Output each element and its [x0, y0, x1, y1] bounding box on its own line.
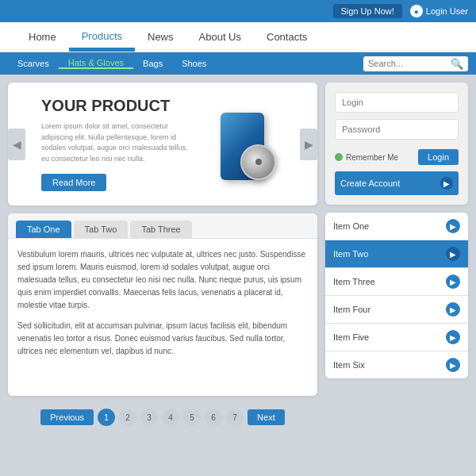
create-account-label: Create Account: [340, 178, 400, 188]
list-item-six-arrow-icon: ▶: [446, 358, 460, 372]
login-user-area[interactable]: ● Login User: [410, 5, 468, 17]
page-num-2[interactable]: 2: [119, 409, 136, 426]
user-icon: ●: [410, 5, 423, 17]
nav-bar: Home Products News About Us Contacts: [0, 22, 476, 52]
subnav-item-shoes[interactable]: Shoes: [172, 59, 216, 68]
right-column: Remember Me Login Create Account ▶ Item …: [325, 83, 468, 431]
read-more-button[interactable]: Read More: [41, 174, 106, 191]
slider-description: Lorem ipsum dolor sit amet, consectetur …: [41, 121, 197, 164]
list-item-one-label: Item One: [333, 221, 369, 231]
next-page-button[interactable]: Next: [248, 409, 285, 425]
list-item-three-arrow-icon: ▶: [446, 274, 460, 289]
slider-content: YOUR PRODUCT Lorem ipsum dolor sit amet,…: [25, 85, 300, 203]
page-num-6[interactable]: 6: [205, 409, 222, 426]
login-input[interactable]: [335, 92, 459, 113]
create-account-arrow-icon: ▶: [440, 177, 453, 190]
login-button[interactable]: Login: [418, 149, 459, 165]
signup-button[interactable]: Sign Up Now!: [333, 4, 402, 18]
pagination-bar: Previous 1 2 3 4 5 6 7 Next: [8, 404, 317, 431]
login-user-label: Login User: [426, 6, 468, 16]
tabs-section: Tab One Tab Two Tab Three Vestibulum lor…: [8, 213, 317, 396]
page-num-4[interactable]: 4: [162, 409, 179, 426]
list-item-one-arrow-icon: ▶: [446, 219, 460, 233]
slider-image: [205, 101, 284, 188]
nav-item-about[interactable]: About Us: [186, 22, 254, 52]
password-input[interactable]: [335, 119, 459, 140]
left-column: ◀ YOUR PRODUCT Lorem ipsum dolor sit ame…: [8, 83, 317, 431]
page-num-5[interactable]: 5: [183, 409, 201, 426]
prev-page-button[interactable]: Previous: [40, 409, 94, 425]
tab-button-one[interactable]: Tab One: [16, 221, 71, 238]
top-bar: Sign Up Now! ● Login User: [0, 0, 476, 22]
remember-me[interactable]: Remember Me: [335, 153, 398, 162]
subnav-item-bags[interactable]: Bags: [133, 59, 172, 68]
search-box: 🔍: [363, 56, 468, 71]
page-num-7[interactable]: 7: [226, 409, 244, 426]
subnav-item-scarves[interactable]: Scarves: [8, 59, 59, 68]
main-content: ◀ YOUR PRODUCT Lorem ipsum dolor sit ame…: [0, 75, 476, 439]
list-item-two-arrow-icon: ▶: [446, 247, 460, 261]
search-icon[interactable]: 🔍: [451, 58, 463, 70]
nav-item-home[interactable]: Home: [16, 22, 69, 52]
product-shape: [213, 105, 276, 184]
list-item-five[interactable]: Item Five ▶: [325, 324, 468, 351]
tab-button-two[interactable]: Tab Two: [74, 221, 129, 238]
create-account-button[interactable]: Create Account ▶: [335, 171, 459, 195]
list-item-five-arrow-icon: ▶: [446, 330, 460, 344]
slider-title: YOUR PRODUCT: [41, 97, 197, 115]
page-num-1[interactable]: 1: [98, 409, 115, 426]
sub-nav: Scarves Hats & Gloves Bags Shoes 🔍: [0, 52, 476, 75]
tab-body: Vestibulum lorem mauris, ultrices nec vu…: [8, 239, 317, 396]
cd-hole: [255, 159, 262, 165]
list-item-two-label: Item Two: [333, 249, 368, 259]
slider-prev-arrow[interactable]: ◀: [8, 129, 25, 160]
slider-next-arrow[interactable]: ▶: [300, 129, 317, 160]
list-item-five-label: Item Five: [333, 332, 369, 342]
tab-content-p1: Vestibulum lorem mauris, ultrices nec vu…: [17, 248, 308, 312]
list-item-three-label: Item Three: [333, 277, 375, 286]
list-item-six[interactable]: Item Six ▶: [325, 351, 468, 378]
cd-disc: [240, 144, 276, 180]
page-num-3[interactable]: 3: [140, 409, 158, 426]
list-item-four-arrow-icon: ▶: [446, 302, 460, 317]
list-item-one[interactable]: Item One ▶: [325, 213, 468, 240]
tab-header: Tab One Tab Two Tab Three: [8, 213, 317, 239]
slider-section: ◀ YOUR PRODUCT Lorem ipsum dolor sit ame…: [8, 83, 317, 205]
tab-content-p2: Sed sollicitudin, elit at accumsan pulvi…: [17, 320, 308, 358]
nav-item-products[interactable]: Products: [69, 22, 135, 52]
list-item-two[interactable]: Item Two ▶: [325, 240, 468, 268]
remember-me-label: Remember Me: [346, 153, 398, 162]
login-row: Remember Me Login: [335, 149, 459, 165]
login-box: Remember Me Login Create Account ▶: [325, 83, 468, 205]
list-item-three[interactable]: Item Three ▶: [325, 268, 468, 296]
nav-item-contacts[interactable]: Contacts: [254, 22, 320, 52]
tab-button-three[interactable]: Tab Three: [130, 221, 191, 238]
slider-text: YOUR PRODUCT Lorem ipsum dolor sit amet,…: [41, 97, 197, 191]
remember-dot: [335, 153, 343, 161]
list-item-four[interactable]: Item Four ▶: [325, 296, 468, 324]
list-item-four-label: Item Four: [333, 305, 370, 314]
subnav-item-hats[interactable]: Hats & Gloves: [59, 58, 133, 69]
nav-item-news[interactable]: News: [135, 22, 186, 52]
list-item-six-label: Item Six: [333, 360, 365, 370]
list-section: Item One ▶ Item Two ▶ Item Three ▶ Item …: [325, 213, 468, 378]
search-input[interactable]: [368, 59, 447, 68]
